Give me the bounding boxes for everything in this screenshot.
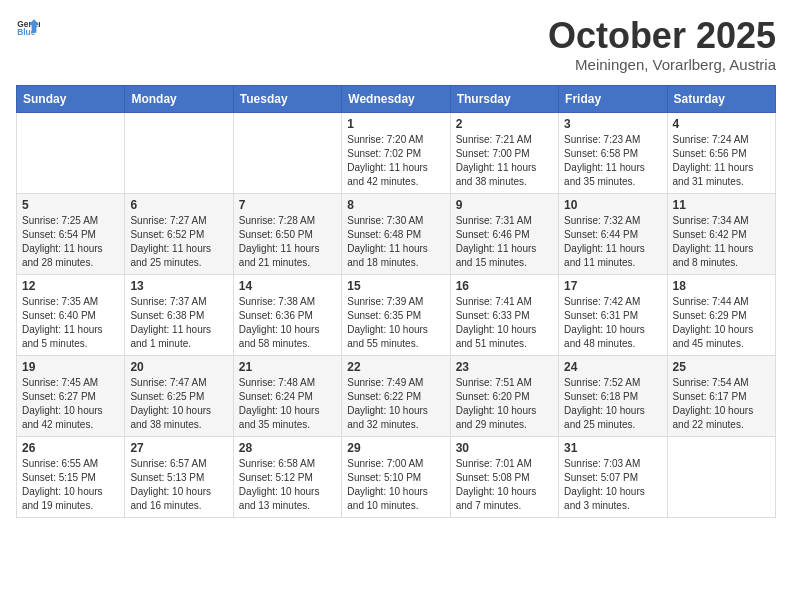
- day-number: 3: [564, 117, 661, 131]
- calendar-cell: 1Sunrise: 7:20 AMSunset: 7:02 PMDaylight…: [342, 112, 450, 193]
- day-number: 11: [673, 198, 770, 212]
- calendar-week-row: 1Sunrise: 7:20 AMSunset: 7:02 PMDaylight…: [17, 112, 776, 193]
- calendar-cell: 15Sunrise: 7:39 AMSunset: 6:35 PMDayligh…: [342, 274, 450, 355]
- day-number: 16: [456, 279, 553, 293]
- calendar-week-row: 5Sunrise: 7:25 AMSunset: 6:54 PMDaylight…: [17, 193, 776, 274]
- calendar-cell: [667, 436, 775, 517]
- day-info: Sunrise: 6:58 AMSunset: 5:12 PMDaylight:…: [239, 457, 336, 513]
- calendar-cell: 23Sunrise: 7:51 AMSunset: 6:20 PMDayligh…: [450, 355, 558, 436]
- day-number: 7: [239, 198, 336, 212]
- weekday-header: Monday: [125, 85, 233, 112]
- day-info: Sunrise: 7:01 AMSunset: 5:08 PMDaylight:…: [456, 457, 553, 513]
- calendar-cell: 7Sunrise: 7:28 AMSunset: 6:50 PMDaylight…: [233, 193, 341, 274]
- weekday-header-row: SundayMondayTuesdayWednesdayThursdayFrid…: [17, 85, 776, 112]
- day-info: Sunrise: 6:55 AMSunset: 5:15 PMDaylight:…: [22, 457, 119, 513]
- calendar-cell: [17, 112, 125, 193]
- title-block: October 2025 Meiningen, Vorarlberg, Aust…: [548, 16, 776, 73]
- page-subtitle: Meiningen, Vorarlberg, Austria: [548, 56, 776, 73]
- calendar-cell: 16Sunrise: 7:41 AMSunset: 6:33 PMDayligh…: [450, 274, 558, 355]
- day-number: 10: [564, 198, 661, 212]
- calendar-cell: 20Sunrise: 7:47 AMSunset: 6:25 PMDayligh…: [125, 355, 233, 436]
- calendar-cell: 12Sunrise: 7:35 AMSunset: 6:40 PMDayligh…: [17, 274, 125, 355]
- calendar-cell: 13Sunrise: 7:37 AMSunset: 6:38 PMDayligh…: [125, 274, 233, 355]
- calendar-cell: 24Sunrise: 7:52 AMSunset: 6:18 PMDayligh…: [559, 355, 667, 436]
- day-number: 28: [239, 441, 336, 455]
- day-number: 15: [347, 279, 444, 293]
- calendar-cell: 8Sunrise: 7:30 AMSunset: 6:48 PMDaylight…: [342, 193, 450, 274]
- page-title: October 2025: [548, 16, 776, 56]
- day-number: 19: [22, 360, 119, 374]
- day-info: Sunrise: 7:20 AMSunset: 7:02 PMDaylight:…: [347, 133, 444, 189]
- day-number: 25: [673, 360, 770, 374]
- day-info: Sunrise: 7:39 AMSunset: 6:35 PMDaylight:…: [347, 295, 444, 351]
- calendar-week-row: 26Sunrise: 6:55 AMSunset: 5:15 PMDayligh…: [17, 436, 776, 517]
- day-number: 26: [22, 441, 119, 455]
- calendar-cell: 9Sunrise: 7:31 AMSunset: 6:46 PMDaylight…: [450, 193, 558, 274]
- day-info: Sunrise: 6:57 AMSunset: 5:13 PMDaylight:…: [130, 457, 227, 513]
- day-number: 18: [673, 279, 770, 293]
- day-info: Sunrise: 7:21 AMSunset: 7:00 PMDaylight:…: [456, 133, 553, 189]
- day-info: Sunrise: 7:00 AMSunset: 5:10 PMDaylight:…: [347, 457, 444, 513]
- weekday-header: Thursday: [450, 85, 558, 112]
- day-number: 24: [564, 360, 661, 374]
- day-info: Sunrise: 7:30 AMSunset: 6:48 PMDaylight:…: [347, 214, 444, 270]
- day-number: 2: [456, 117, 553, 131]
- day-info: Sunrise: 7:23 AMSunset: 6:58 PMDaylight:…: [564, 133, 661, 189]
- calendar-cell: 26Sunrise: 6:55 AMSunset: 5:15 PMDayligh…: [17, 436, 125, 517]
- day-info: Sunrise: 7:28 AMSunset: 6:50 PMDaylight:…: [239, 214, 336, 270]
- calendar-cell: 18Sunrise: 7:44 AMSunset: 6:29 PMDayligh…: [667, 274, 775, 355]
- day-number: 30: [456, 441, 553, 455]
- day-number: 9: [456, 198, 553, 212]
- day-number: 14: [239, 279, 336, 293]
- day-info: Sunrise: 7:32 AMSunset: 6:44 PMDaylight:…: [564, 214, 661, 270]
- logo-icon: General Blue: [16, 16, 40, 40]
- day-info: Sunrise: 7:24 AMSunset: 6:56 PMDaylight:…: [673, 133, 770, 189]
- calendar-cell: 19Sunrise: 7:45 AMSunset: 6:27 PMDayligh…: [17, 355, 125, 436]
- calendar-cell: 27Sunrise: 6:57 AMSunset: 5:13 PMDayligh…: [125, 436, 233, 517]
- weekday-header: Saturday: [667, 85, 775, 112]
- day-number: 8: [347, 198, 444, 212]
- day-info: Sunrise: 7:51 AMSunset: 6:20 PMDaylight:…: [456, 376, 553, 432]
- weekday-header: Friday: [559, 85, 667, 112]
- day-number: 31: [564, 441, 661, 455]
- day-number: 6: [130, 198, 227, 212]
- calendar-cell: 29Sunrise: 7:00 AMSunset: 5:10 PMDayligh…: [342, 436, 450, 517]
- calendar-cell: 11Sunrise: 7:34 AMSunset: 6:42 PMDayligh…: [667, 193, 775, 274]
- day-number: 20: [130, 360, 227, 374]
- day-info: Sunrise: 7:45 AMSunset: 6:27 PMDaylight:…: [22, 376, 119, 432]
- calendar-cell: 31Sunrise: 7:03 AMSunset: 5:07 PMDayligh…: [559, 436, 667, 517]
- calendar-cell: 17Sunrise: 7:42 AMSunset: 6:31 PMDayligh…: [559, 274, 667, 355]
- day-number: 5: [22, 198, 119, 212]
- weekday-header: Tuesday: [233, 85, 341, 112]
- day-number: 17: [564, 279, 661, 293]
- day-number: 27: [130, 441, 227, 455]
- calendar-cell: 21Sunrise: 7:48 AMSunset: 6:24 PMDayligh…: [233, 355, 341, 436]
- day-info: Sunrise: 7:35 AMSunset: 6:40 PMDaylight:…: [22, 295, 119, 351]
- day-info: Sunrise: 7:47 AMSunset: 6:25 PMDaylight:…: [130, 376, 227, 432]
- day-number: 4: [673, 117, 770, 131]
- day-info: Sunrise: 7:41 AMSunset: 6:33 PMDaylight:…: [456, 295, 553, 351]
- day-info: Sunrise: 7:49 AMSunset: 6:22 PMDaylight:…: [347, 376, 444, 432]
- day-number: 12: [22, 279, 119, 293]
- weekday-header: Wednesday: [342, 85, 450, 112]
- day-info: Sunrise: 7:34 AMSunset: 6:42 PMDaylight:…: [673, 214, 770, 270]
- calendar-cell: 14Sunrise: 7:38 AMSunset: 6:36 PMDayligh…: [233, 274, 341, 355]
- page-header: General Blue October 2025 Meiningen, Vor…: [16, 16, 776, 73]
- weekday-header: Sunday: [17, 85, 125, 112]
- calendar-cell: 25Sunrise: 7:54 AMSunset: 6:17 PMDayligh…: [667, 355, 775, 436]
- calendar-cell: 4Sunrise: 7:24 AMSunset: 6:56 PMDaylight…: [667, 112, 775, 193]
- day-info: Sunrise: 7:42 AMSunset: 6:31 PMDaylight:…: [564, 295, 661, 351]
- day-info: Sunrise: 7:37 AMSunset: 6:38 PMDaylight:…: [130, 295, 227, 351]
- day-number: 21: [239, 360, 336, 374]
- day-number: 22: [347, 360, 444, 374]
- day-number: 23: [456, 360, 553, 374]
- calendar-cell: 3Sunrise: 7:23 AMSunset: 6:58 PMDaylight…: [559, 112, 667, 193]
- calendar-cell: [233, 112, 341, 193]
- calendar-cell: 10Sunrise: 7:32 AMSunset: 6:44 PMDayligh…: [559, 193, 667, 274]
- calendar-week-row: 12Sunrise: 7:35 AMSunset: 6:40 PMDayligh…: [17, 274, 776, 355]
- day-number: 29: [347, 441, 444, 455]
- calendar-cell: 5Sunrise: 7:25 AMSunset: 6:54 PMDaylight…: [17, 193, 125, 274]
- day-info: Sunrise: 7:31 AMSunset: 6:46 PMDaylight:…: [456, 214, 553, 270]
- day-number: 1: [347, 117, 444, 131]
- calendar-cell: 6Sunrise: 7:27 AMSunset: 6:52 PMDaylight…: [125, 193, 233, 274]
